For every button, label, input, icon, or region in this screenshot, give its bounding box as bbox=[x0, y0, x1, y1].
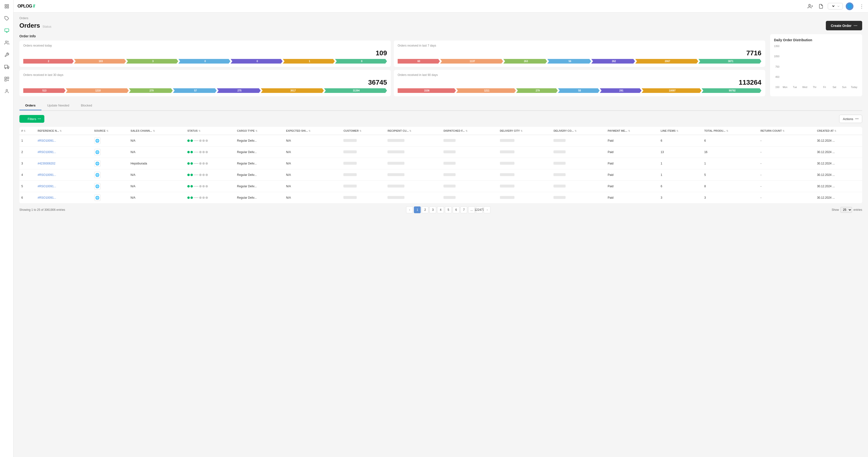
status-dot-gray bbox=[199, 174, 202, 176]
sort-icon[interactable]: ⇅ bbox=[106, 130, 108, 132]
funnel-step: 1536 bbox=[398, 88, 456, 93]
row-ref[interactable]: #RSO10091... bbox=[36, 181, 92, 192]
pagination-page-btn[interactable]: 2 bbox=[422, 206, 428, 213]
sort-icon[interactable]: ⇅ bbox=[676, 130, 678, 132]
svg-rect-3 bbox=[7, 7, 8, 8]
row-source: 🌐 bbox=[92, 135, 129, 146]
table-row: 6#RSO10091...🌐N/A Regular Deliv...N/A Pa… bbox=[20, 192, 862, 203]
table-column-header: DELIVERY CITY ⇅ bbox=[498, 127, 552, 135]
ref-link[interactable]: #RSO10091... bbox=[37, 196, 56, 199]
row-ref[interactable]: #RSO10091... bbox=[36, 135, 92, 146]
sidebar-item-customers[interactable] bbox=[3, 39, 11, 47]
sort-icon[interactable]: ⇅ bbox=[834, 130, 836, 132]
sort-icon[interactable]: ⇅ bbox=[465, 130, 467, 132]
create-order-button[interactable]: Create Order ⋯ bbox=[826, 21, 862, 30]
status-line bbox=[194, 186, 198, 187]
document-icon[interactable] bbox=[817, 2, 825, 10]
row-ref[interactable]: #4239308202 bbox=[36, 158, 92, 169]
row-customer bbox=[341, 169, 385, 181]
pagination-page-btn[interactable]: ... bbox=[468, 206, 475, 213]
chart-y-axis: 13501050750450150 bbox=[774, 45, 779, 89]
row-customer bbox=[341, 146, 385, 158]
add-user-button[interactable] bbox=[806, 2, 814, 10]
sort-icon[interactable]: ⇅ bbox=[726, 130, 728, 132]
globe-icon[interactable]: 🌐 bbox=[846, 2, 854, 10]
pagination-page-btn[interactable]: 3 bbox=[429, 206, 436, 213]
filters-button[interactable]: Filters ⋯ bbox=[20, 115, 44, 123]
ref-link[interactable]: #4239308202 bbox=[37, 162, 55, 165]
ref-link[interactable]: #RSO10091... bbox=[37, 173, 56, 177]
row-num: 1 bbox=[20, 135, 36, 146]
sidebar-item-account[interactable] bbox=[3, 87, 11, 95]
status-dot-gray bbox=[202, 140, 205, 142]
chart-y-label: 450 bbox=[774, 76, 779, 78]
sort-icon[interactable]: ⇅ bbox=[255, 130, 257, 132]
row-dispatched bbox=[441, 135, 498, 146]
pagination-prev[interactable]: ‹ bbox=[406, 206, 413, 213]
sort-icon[interactable]: ⇅ bbox=[308, 130, 310, 132]
sidebar-item-tags[interactable] bbox=[3, 15, 11, 22]
sort-icon[interactable]: ⇅ bbox=[409, 130, 411, 132]
pagination-page-btn[interactable]: 4 bbox=[437, 206, 444, 213]
sidebar-item-tools[interactable] bbox=[3, 51, 11, 59]
row-delivery-city bbox=[498, 158, 552, 169]
row-return: - bbox=[758, 192, 815, 203]
sidebar-item-shipping[interactable] bbox=[3, 63, 11, 71]
funnel-step: 99792 bbox=[702, 88, 762, 93]
sidebar bbox=[0, 0, 13, 457]
navbar-search[interactable] bbox=[828, 3, 843, 9]
sort-icon[interactable]: ⇅ bbox=[628, 130, 630, 132]
pagination-page-btn[interactable]: 5 bbox=[445, 206, 452, 213]
row-ref[interactable]: #RSO10091... bbox=[36, 169, 92, 181]
recipient-blurred bbox=[388, 162, 404, 165]
search-select[interactable] bbox=[831, 4, 835, 8]
pagination-page-btn[interactable]: 6 bbox=[453, 206, 460, 213]
pagination-next[interactable]: › bbox=[484, 206, 491, 213]
show-select[interactable]: 25 bbox=[840, 207, 852, 213]
sidebar-item-dashboard[interactable] bbox=[3, 2, 11, 10]
tab-blocked[interactable]: Blocked bbox=[75, 101, 98, 110]
table-column-header: STATUS ⇅ bbox=[185, 127, 235, 135]
actions-button[interactable]: Actions ⋯ bbox=[839, 115, 862, 123]
sort-icon[interactable]: ⇅ bbox=[198, 130, 200, 132]
row-return: - bbox=[758, 158, 815, 169]
pagination-page-btn[interactable]: 7 bbox=[460, 206, 467, 213]
sort-icon[interactable]: ⇅ bbox=[153, 130, 155, 132]
delivery-co-blurred bbox=[554, 162, 565, 165]
row-cargo: Regular Deliv... bbox=[235, 192, 284, 203]
row-ref[interactable]: #RSO10091... bbox=[36, 146, 92, 158]
logo-text: OPLOG bbox=[18, 4, 32, 9]
sort-icon[interactable]: ⇅ bbox=[360, 130, 361, 132]
table-row: 4#RSO10091...🌐N/A Regular Deliv...N/A Pa… bbox=[20, 169, 862, 181]
row-delivery-co bbox=[552, 158, 606, 169]
funnel-step: 58 bbox=[558, 88, 600, 93]
delivery-co-blurred bbox=[554, 139, 565, 142]
row-num: 5 bbox=[20, 181, 36, 192]
sidebar-item-integrations[interactable] bbox=[3, 75, 11, 83]
table-column-header: SOURCE ⇅ bbox=[92, 127, 129, 135]
row-ref[interactable]: #RSO10091... bbox=[36, 192, 92, 203]
pagination-page-btn[interactable]: 122477 bbox=[476, 206, 483, 213]
ref-link[interactable]: #RSO10091... bbox=[37, 184, 56, 188]
tab-orders[interactable]: Orders bbox=[20, 101, 41, 110]
sort-icon[interactable]: ⇅ bbox=[575, 130, 577, 132]
status-dot-green bbox=[187, 151, 190, 153]
sort-icon[interactable]: ⇅ bbox=[24, 130, 26, 132]
ref-link[interactable]: #RSO10091... bbox=[37, 150, 56, 154]
row-recipient bbox=[385, 192, 441, 203]
ref-link[interactable]: #RSO10091... bbox=[37, 139, 56, 142]
row-recipient bbox=[385, 169, 441, 181]
row-total-prod: 6 bbox=[702, 135, 758, 146]
sort-icon[interactable]: ⇅ bbox=[782, 130, 784, 132]
sort-icon[interactable]: ⇅ bbox=[60, 130, 62, 132]
create-order-wrap: Create Order ⋯ bbox=[826, 21, 862, 30]
delivery-city-blurred bbox=[500, 139, 515, 142]
sort-icon[interactable]: ⇅ bbox=[521, 130, 522, 132]
row-delivery-city bbox=[498, 135, 552, 146]
sidebar-item-orders[interactable] bbox=[3, 27, 11, 34]
navbar-more-button[interactable]: ⋮ bbox=[859, 3, 864, 9]
tab-update-needed[interactable]: Update Needed bbox=[41, 101, 75, 110]
pagination-page-btn[interactable]: 1 bbox=[414, 206, 421, 213]
chart-bar-wrap: Sat bbox=[830, 85, 839, 89]
status-dot-gray bbox=[199, 162, 202, 165]
